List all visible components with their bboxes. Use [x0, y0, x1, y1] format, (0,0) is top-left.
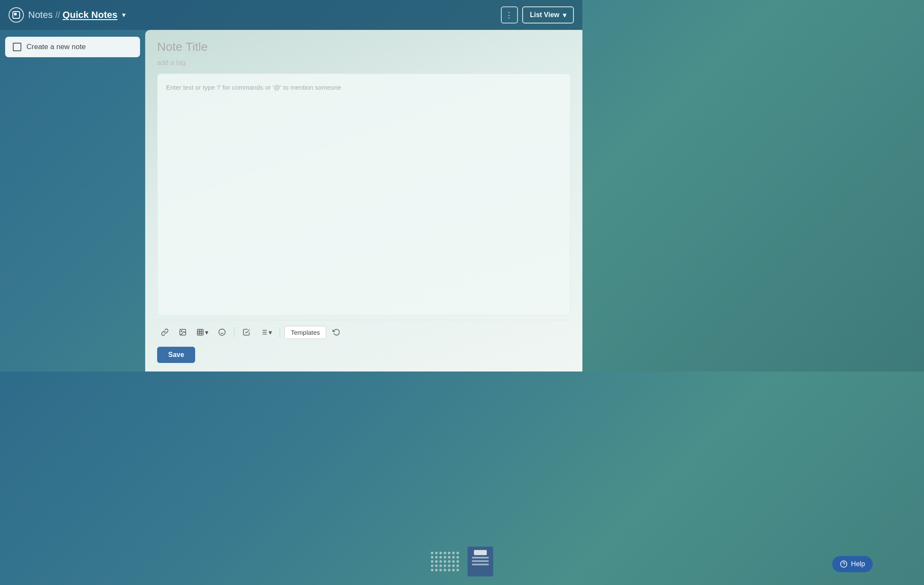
breadcrumb: Notes // Quick Notes ▼	[28, 9, 127, 20]
list-button[interactable]: ▾	[257, 325, 275, 340]
breadcrumb-quick-notes[interactable]: Quick Notes	[63, 9, 117, 20]
save-button[interactable]: Save	[157, 347, 195, 363]
templates-button[interactable]: Templates	[284, 326, 326, 339]
list-view-label: List View	[530, 11, 559, 19]
list-view-button[interactable]: List View ▾	[522, 6, 574, 23]
sidebar: Create a new note	[0, 30, 145, 371]
app-logo-icon	[9, 7, 24, 23]
editor-footer: Save	[157, 342, 570, 363]
svg-rect-4	[197, 329, 203, 335]
app-header: Notes // Quick Notes ▼ ⋮ List View ▾	[0, 0, 582, 30]
note-title-input[interactable]	[157, 40, 570, 54]
note-body-input[interactable]	[166, 82, 561, 307]
create-note-icon	[13, 43, 21, 51]
history-button[interactable]	[329, 325, 344, 340]
header-right: ⋮ List View ▾	[501, 6, 574, 23]
editor-toolbar: ▾	[157, 320, 570, 342]
create-note-button[interactable]: Create a new note	[5, 37, 140, 57]
list-view-chevron-icon: ▾	[563, 11, 566, 19]
create-note-label: Create a new note	[26, 43, 86, 51]
main-layout: Create a new note	[0, 30, 582, 371]
breadcrumb-notes: Notes	[28, 9, 53, 20]
link-button[interactable]	[157, 325, 173, 340]
toolbar-divider-1	[234, 327, 234, 337]
image-button[interactable]	[175, 325, 190, 340]
breadcrumb-separator: //	[55, 10, 60, 20]
checklist-button[interactable]	[239, 325, 254, 340]
note-body-area	[157, 73, 570, 316]
svg-rect-1	[14, 13, 17, 15]
header-left: Notes // Quick Notes ▼	[9, 7, 127, 23]
tag-input[interactable]	[157, 59, 570, 67]
svg-point-3	[181, 331, 182, 331]
more-options-button[interactable]: ⋮	[501, 6, 518, 23]
svg-point-9	[219, 329, 225, 336]
emoji-button[interactable]	[214, 325, 230, 340]
note-editor: ▾	[145, 30, 582, 371]
list-chevron-icon: ▾	[269, 328, 272, 336]
breadcrumb-chevron-icon[interactable]: ▼	[121, 12, 127, 18]
toolbar-divider-2	[280, 327, 280, 337]
table-button[interactable]: ▾	[193, 325, 212, 340]
table-chevron-icon: ▾	[205, 328, 208, 336]
